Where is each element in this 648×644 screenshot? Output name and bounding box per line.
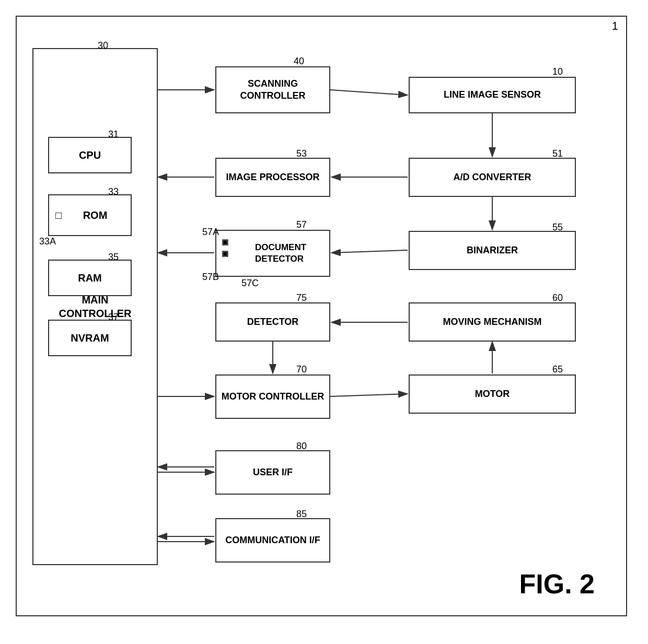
ref-57a: 57A — [202, 227, 219, 238]
ref-31: 31 — [108, 129, 119, 140]
motor-box: MOTOR — [409, 374, 576, 414]
fig-label: FIG. 2 — [519, 568, 595, 600]
ref-57c: 57C — [241, 278, 259, 289]
ref-60: 60 — [552, 292, 563, 303]
ref-40: 40 — [294, 56, 304, 67]
rom-box: □ ROM — [48, 194, 132, 236]
ref-51: 51 — [552, 148, 563, 159]
diagram-container: 1 MAIN CONTROLLER 30 CPU 31 □ ROM 33 33A… — [16, 16, 627, 616]
binarizer-box: BINARIZER — [409, 231, 576, 270]
motor-controller-box: MOTOR CONTROLLER — [215, 374, 330, 419]
image-processor-box: IMAGE PROCESSOR — [215, 158, 330, 197]
main-controller-label: MAIN CONTROLLER — [59, 293, 132, 320]
ref-33a: 33A — [39, 236, 56, 247]
line-image-sensor-box: LINE IMAGE SENSOR — [409, 77, 576, 113]
ref-65: 65 — [552, 364, 563, 375]
ref-1: 1 — [612, 19, 618, 33]
communication-if-box: COMMUNICATION I/F — [215, 518, 330, 563]
ref-37: 37 — [108, 312, 119, 323]
ram-box: RAM — [48, 260, 132, 296]
nvram-box: NVRAM — [48, 320, 132, 356]
svg-line-3 — [330, 90, 408, 95]
ref-10: 10 — [552, 66, 563, 77]
ref-70: 70 — [296, 364, 307, 375]
detector-box: DETECTOR — [215, 302, 330, 342]
ref-57b: 57B — [202, 272, 219, 283]
ref-53: 53 — [296, 148, 307, 159]
scanning-controller-label: SCANNINGCONTROLLER — [240, 78, 306, 102]
ref-35: 35 — [108, 252, 119, 263]
moving-mechanism-box: MOVING MECHANISM — [409, 302, 576, 342]
ref-80: 80 — [296, 441, 307, 452]
svg-line-8 — [331, 250, 408, 253]
ref-33: 33 — [108, 186, 119, 197]
ref-85: 85 — [296, 509, 307, 520]
document-detector-box: ▣ ▣ DOCUMENTDETECTOR — [215, 230, 330, 277]
user-if-box: USER I/F — [215, 450, 330, 495]
svg-line-13 — [330, 394, 408, 396]
ref-30: 30 — [98, 40, 108, 51]
ref-57: 57 — [296, 219, 307, 230]
main-controller-box: MAIN CONTROLLER — [32, 48, 158, 565]
scanning-controller-box: SCANNINGCONTROLLER — [215, 66, 330, 113]
ref-75: 75 — [296, 292, 307, 303]
ref-55: 55 — [552, 222, 563, 233]
cpu-box: CPU — [48, 137, 132, 173]
ad-converter-box: A/D CONVERTER — [409, 158, 576, 197]
